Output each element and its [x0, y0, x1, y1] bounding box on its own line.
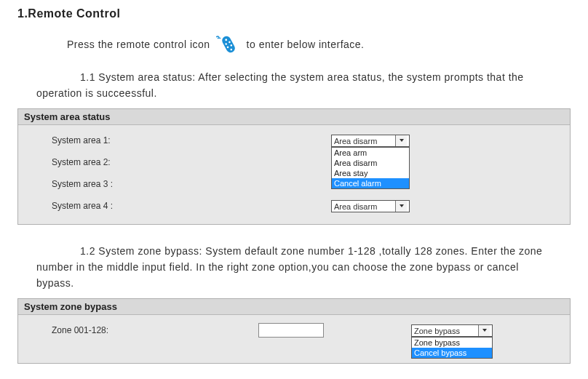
option-cancel-alarm[interactable]: Cancel alarm — [332, 178, 409, 188]
dropdown-zone-bypass: Zone bypass Cancel bypass — [411, 337, 493, 359]
panel-header-zone-bypass: System zone bypass — [18, 299, 570, 315]
panel-system-zone-bypass: System zone bypass Zone 001-128: Zone by… — [17, 298, 571, 364]
row-system-area-4: System area 4 : Area disarm — [18, 195, 570, 217]
select-system-area-1[interactable]: Area disarm — [331, 135, 410, 147]
label-zone-range: Zone 001-128: — [18, 325, 258, 335]
select-system-area-4[interactable]: Area disarm — [331, 200, 410, 212]
panel-system-area-status: System area status System area 1: Area d… — [17, 108, 571, 225]
option-zone-bypass[interactable]: Zone bypass — [412, 338, 492, 348]
chevron-down-icon — [478, 325, 490, 336]
intro-before: Press the remote control icon — [67, 39, 210, 50]
section-1-1-text: 1.1 System area status: After selecting … — [36, 70, 552, 101]
row-system-area-2: System area 2: — [18, 151, 570, 173]
remote-control-icon — [216, 33, 241, 55]
option-area-disarm[interactable]: Area disarm — [332, 158, 409, 168]
label-system-area-4: System area 4 : — [18, 201, 331, 211]
chevron-down-icon — [395, 201, 407, 212]
zone-number-input[interactable] — [258, 323, 324, 338]
option-area-stay[interactable]: Area stay — [332, 168, 409, 178]
section-1-2-text: 1.2 System zone bypass: System default z… — [36, 244, 552, 291]
heading-remote-control: 1.Remote Control — [17, 7, 573, 20]
intro-line: Press the remote control icon to enter b… — [67, 33, 573, 55]
select-zone-bypass[interactable]: Zone bypass — [411, 324, 493, 337]
label-system-area-3: System area 3 : — [18, 179, 331, 189]
option-cancel-bypass[interactable]: Cancel bypass — [412, 348, 492, 358]
intro-after: to enter below interface. — [247, 39, 365, 50]
row-system-area-1: System area 1: Area disarm Area arm Area… — [18, 129, 570, 151]
label-system-area-2: System area 2: — [18, 157, 331, 167]
row-system-area-3: System area 3 : — [18, 173, 570, 195]
label-system-area-1: System area 1: — [18, 135, 331, 145]
chevron-down-icon — [395, 135, 407, 146]
dropdown-system-area-1: Area arm Area disarm Area stay Cancel al… — [331, 147, 410, 189]
svg-rect-0 — [220, 35, 237, 55]
option-area-arm[interactable]: Area arm — [332, 148, 409, 158]
row-zone-bypass: Zone 001-128: Zone bypass Zone bypass Ca… — [18, 319, 570, 341]
panel-header-area-status: System area status — [18, 109, 570, 125]
